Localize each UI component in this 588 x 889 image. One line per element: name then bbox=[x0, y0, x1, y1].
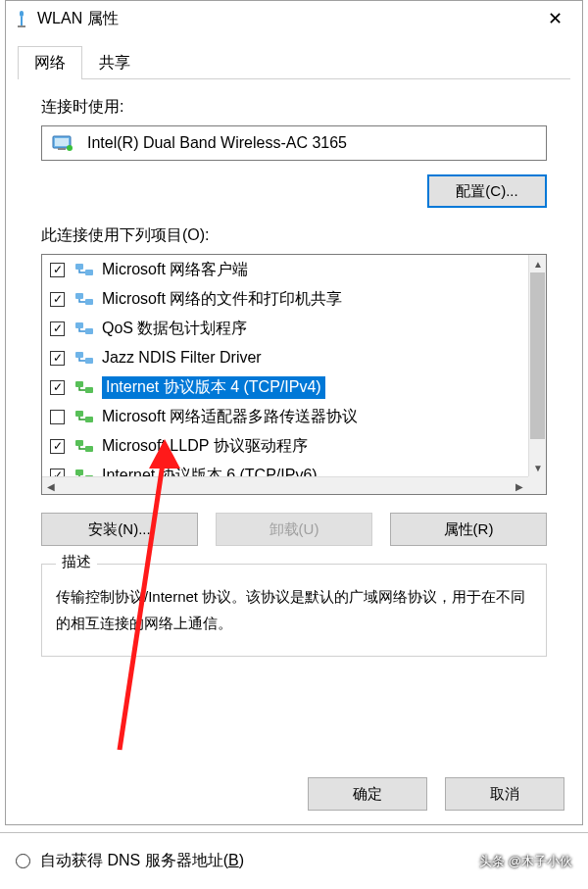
svg-rect-5 bbox=[58, 148, 66, 150]
close-icon: ✕ bbox=[548, 8, 563, 29]
protocol-icon bbox=[74, 438, 94, 454]
auto-dns-radio-label: 自动获得 DNS 服务器地址(B) bbox=[40, 851, 244, 871]
protocol-icon bbox=[74, 321, 94, 336]
window-title: WLAN 属性 bbox=[37, 9, 535, 29]
svg-rect-16 bbox=[85, 387, 93, 393]
list-item[interactable]: Microsoft 网络适配器多路传送器协议 bbox=[42, 402, 528, 431]
svg-rect-21 bbox=[75, 469, 83, 475]
protocol-icon bbox=[74, 409, 94, 424]
protocol-icon bbox=[74, 379, 94, 395]
checkbox[interactable] bbox=[50, 439, 65, 454]
dialog-footer: 确定 取消 bbox=[308, 777, 564, 811]
action-buttons-row: 安装(N)... 卸载(U) 属性(R) bbox=[41, 513, 547, 546]
titlebar: WLAN 属性 ✕ bbox=[6, 1, 582, 36]
svg-rect-11 bbox=[75, 322, 83, 328]
checkbox[interactable] bbox=[50, 263, 65, 277]
checkbox[interactable] bbox=[50, 292, 65, 307]
scroll-corner bbox=[528, 476, 546, 494]
checkbox[interactable] bbox=[50, 380, 65, 395]
checkbox[interactable] bbox=[50, 351, 65, 366]
protocol-icon bbox=[74, 350, 94, 366]
checkbox[interactable] bbox=[50, 321, 65, 336]
auto-dns-radio-row[interactable]: 自动获得 DNS 服务器地址(B) bbox=[16, 851, 244, 871]
protocol-listbox[interactable]: Microsoft 网络客户端Microsoft 网络的文件和打印机共享QoS … bbox=[41, 254, 547, 495]
watermark: 头条 @木子小伙 bbox=[479, 853, 572, 870]
description-group: 描述 传输控制协议/Internet 协议。该协议是默认的广域网络协议，用于在不… bbox=[41, 564, 547, 657]
items-label: 此连接使用下列项目(O): bbox=[41, 225, 547, 246]
svg-rect-13 bbox=[75, 352, 83, 358]
scroll-right-icon[interactable]: ▶ bbox=[511, 477, 528, 495]
list-item-label: Microsoft 网络客户端 bbox=[102, 260, 248, 280]
radio-label-pre: 自动获得 DNS 服务器地址( bbox=[40, 852, 228, 868]
svg-rect-14 bbox=[85, 358, 93, 364]
tab-sharing[interactable]: 共享 bbox=[82, 46, 147, 79]
list-item[interactable]: Microsoft 网络的文件和打印机共享 bbox=[42, 284, 528, 314]
list-item[interactable]: Internet 协议版本 6 (TCP/IPv6) bbox=[42, 461, 528, 476]
scroll-up-icon[interactable]: ▲ bbox=[529, 255, 547, 272]
adapter-name: Intel(R) Dual Band Wireless-AC 3165 bbox=[87, 134, 347, 152]
scroll-left-icon[interactable]: ◀ bbox=[42, 477, 60, 495]
radio-label-post: ) bbox=[239, 852, 244, 868]
list-item[interactable]: Microsoft LLDP 协议驱动程序 bbox=[42, 431, 528, 461]
description-title: 描述 bbox=[56, 553, 97, 571]
adapter-icon bbox=[52, 134, 74, 152]
list-item[interactable]: QoS 数据包计划程序 bbox=[42, 314, 528, 343]
svg-rect-19 bbox=[75, 440, 83, 446]
svg-rect-10 bbox=[85, 299, 93, 305]
protocol-icon bbox=[74, 468, 94, 476]
protocol-icon bbox=[74, 291, 94, 307]
ok-button[interactable]: 确定 bbox=[308, 777, 427, 811]
configure-button[interactable]: 配置(C)... bbox=[427, 174, 547, 208]
list-items: Microsoft 网络客户端Microsoft 网络的文件和打印机共享QoS … bbox=[42, 255, 528, 476]
close-button[interactable]: ✕ bbox=[535, 4, 574, 33]
list-item-label: Jazz NDIS Filter Driver bbox=[102, 349, 262, 367]
list-item-label: QoS 数据包计划程序 bbox=[102, 319, 247, 339]
svg-rect-8 bbox=[85, 270, 93, 275]
properties-button[interactable]: 属性(R) bbox=[390, 513, 547, 546]
list-item-label: Microsoft 网络的文件和打印机共享 bbox=[102, 289, 342, 310]
configure-row: 配置(C)... bbox=[41, 174, 547, 208]
list-item-label: Internet 协议版本 6 (TCP/IPv6) bbox=[102, 466, 318, 477]
scroll-down-icon[interactable]: ▼ bbox=[529, 459, 547, 476]
tabs-container: 网络 共享 连接时使用: Intel(R) Dual Band Wireless… bbox=[6, 36, 582, 667]
horizontal-scrollbar[interactable]: ◀ ▶ bbox=[42, 476, 528, 494]
description-text: 传输控制协议/Internet 协议。该协议是默认的广域网络协议，用于在不同的相… bbox=[56, 583, 532, 636]
connect-using-label: 连接时使用: bbox=[41, 97, 547, 118]
svg-rect-0 bbox=[20, 11, 24, 17]
secondary-panel: 自动获得 DNS 服务器地址(B) 头条 @木子小伙 bbox=[0, 832, 588, 889]
svg-rect-15 bbox=[75, 381, 83, 387]
vertical-scrollbar[interactable]: ▲ ▼ bbox=[528, 255, 546, 476]
list-item[interactable]: Microsoft 网络客户端 bbox=[42, 255, 528, 284]
checkbox[interactable] bbox=[50, 469, 65, 477]
svg-rect-1 bbox=[21, 17, 23, 26]
adapter-box[interactable]: Intel(R) Dual Band Wireless-AC 3165 bbox=[41, 125, 547, 161]
svg-rect-2 bbox=[18, 25, 25, 27]
list-item-label: Microsoft LLDP 协议驱动程序 bbox=[102, 436, 308, 457]
radio-icon[interactable] bbox=[16, 854, 30, 868]
checkbox[interactable] bbox=[50, 410, 65, 424]
svg-rect-12 bbox=[85, 328, 93, 334]
svg-rect-17 bbox=[75, 411, 83, 417]
list-item-label: Microsoft 网络适配器多路传送器协议 bbox=[102, 407, 358, 427]
svg-rect-20 bbox=[85, 446, 93, 452]
list-item[interactable]: Jazz NDIS Filter Driver bbox=[42, 343, 528, 372]
uninstall-button: 卸载(U) bbox=[216, 513, 372, 546]
svg-rect-18 bbox=[85, 417, 93, 422]
svg-rect-9 bbox=[75, 293, 83, 299]
list-item-label: Internet 协议版本 4 (TCP/IPv4) bbox=[102, 376, 325, 399]
tabs: 网络 共享 bbox=[18, 46, 570, 79]
svg-rect-7 bbox=[75, 264, 83, 270]
list-item[interactable]: Internet 协议版本 4 (TCP/IPv4) bbox=[42, 372, 528, 402]
svg-point-6 bbox=[67, 145, 73, 151]
tab-content: 连接时使用: Intel(R) Dual Band Wireless-AC 31… bbox=[18, 79, 570, 667]
wlan-icon bbox=[14, 9, 29, 28]
radio-label-key: B bbox=[228, 852, 239, 868]
cancel-button[interactable]: 取消 bbox=[445, 777, 564, 811]
wlan-properties-window: WLAN 属性 ✕ 网络 共享 连接时使用: Intel(R) Dual Ban… bbox=[5, 0, 583, 825]
tab-network[interactable]: 网络 bbox=[18, 46, 82, 79]
scroll-thumb[interactable] bbox=[530, 272, 545, 439]
install-button[interactable]: 安装(N)... bbox=[41, 513, 198, 546]
protocol-icon bbox=[74, 262, 94, 277]
svg-rect-4 bbox=[55, 138, 69, 146]
